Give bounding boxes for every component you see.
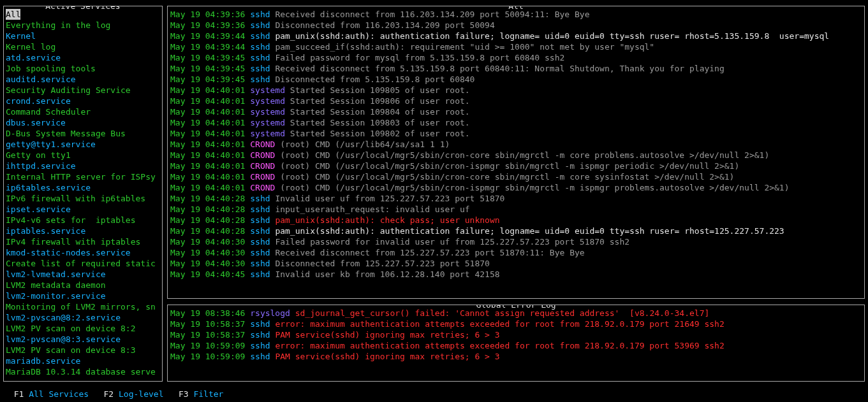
log-line: May 19 04:40:01 systemd Started Session … [170,85,862,96]
error-log-title: Global Error Log [474,305,557,310]
service-desc: IPv6 firewall with ip6tables [6,193,160,204]
service-name[interactable]: auditd.service [6,75,76,84]
log-timestamp: May 19 04:40:28 [170,226,245,236]
log-timestamp: May 19 04:39:44 [170,42,245,52]
f3-action[interactable]: Filter [193,389,223,399]
log-line: May 19 04:40:01 CROND (root) CMD (/usr/l… [170,150,862,161]
service-name[interactable]: ipset.service [6,205,71,214]
log-timestamp: May 19 08:38:46 [170,308,245,318]
log-message: pam_unix(sshd:auth): authentication fail… [275,31,829,41]
service-item[interactable]: dbus.service [6,117,160,128]
log-timestamp: May 19 04:39:36 [170,20,245,30]
service-desc: Monitoring of LVM2 mirrors, sn [6,301,160,312]
log-message: Received disconnect from 116.203.134.209… [275,10,589,19]
service-item[interactable]: getty@tty1.service [6,139,160,150]
log-message: Disconnected from 116.203.134.209 port 5… [275,20,494,30]
log-timestamp: May 19 10:59:09 [170,352,245,361]
f1-action[interactable]: All Services [29,389,89,399]
log-message: (root) CMD (/usr/local/mgr5/sbin/cron-is… [280,161,739,171]
service-name[interactable]: lvm2-pvscan@8:2.service [6,313,121,322]
log-timestamp: May 19 04:40:01 [170,85,245,95]
log-unit: sshd [250,10,270,19]
service-name[interactable]: ip6tables.service [6,183,91,192]
log-timestamp: May 19 04:39:45 [170,64,245,73]
log-line: May 19 04:39:44 sshd pam_succeed_if(sshd… [170,41,862,52]
log-line: May 19 04:40:28 sshd pam_unix(sshd:auth)… [170,215,862,226]
service-item[interactable]: iptables.service [6,226,160,236]
log-timestamp: May 19 04:40:01 [170,96,245,106]
service-item[interactable]: lvm2-lvmetad.service [6,269,160,280]
service-desc: Command Scheduler [6,106,160,117]
service-item[interactable]: kmod-static-nodes.service [6,247,160,258]
error-log-panel[interactable]: Global Error Log May 19 08:38:46 rsyslog… [167,305,865,382]
log-line: May 19 10:58:37 sshd PAM service(sshd) i… [170,329,862,340]
log-unit: sshd [250,205,270,214]
service-name[interactable]: lvm2-monitor.service [6,291,106,301]
log-message: pam_succeed_if(sshd:auth): requirement "… [275,42,654,52]
log-line: May 19 04:40:45 sshd Invalid user kb fro… [170,269,862,280]
service-item[interactable]: lvm2-monitor.service [6,291,160,301]
service-name[interactable]: mariadb.service [6,356,80,366]
service-item[interactable]: Kernel [6,31,160,41]
log-timestamp: May 19 04:39:44 [170,31,245,41]
log-line: May 19 04:40:30 sshd Received disconnect… [170,247,862,258]
log-unit: systemd [250,107,285,117]
service-item[interactable]: lvm2-pvscan@8:3.service [6,334,160,345]
service-item[interactable]: ipset.service [6,204,160,215]
log-timestamp: May 19 10:59:09 [170,341,245,350]
log-line: May 19 10:59:09 sshd error: maximum auth… [170,340,862,351]
log-unit: CROND [250,183,275,192]
all-log-panel[interactable]: All May 19 04:39:36 sshd Received discon… [167,6,865,299]
log-message: Failed password for mysql from 5.135.159… [275,53,564,62]
services-list[interactable]: AllEverything in the logKernelKernel log… [6,9,160,377]
log-timestamp: May 19 04:40:01 [170,161,245,171]
service-item[interactable]: mariadb.service [6,355,160,366]
service-name[interactable]: iptables.service [6,226,85,236]
log-unit: sshd [250,31,270,41]
service-name[interactable]: getty@tty1.service [6,140,96,149]
service-name[interactable]: dbus.service [6,118,66,127]
active-services-panel[interactable]: Active Services AllEverything in the log… [3,6,163,382]
log-unit: sshd [250,64,270,73]
log-line: May 19 04:40:30 sshd Failed password for… [170,236,862,247]
service-name[interactable]: lvm2-lvmetad.service [6,269,106,279]
f2-key: F2 [104,389,114,399]
service-item[interactable]: atd.service [6,52,160,63]
log-line: May 19 04:40:01 CROND (root) CMD (/usr/l… [170,161,862,171]
log-line: May 19 04:40:01 systemd Started Session … [170,96,862,106]
log-unit: systemd [250,96,285,106]
service-name[interactable]: crond.service [6,96,71,106]
service-name[interactable]: atd.service [6,53,61,62]
log-message: Disconnected from 5.135.159.8 port 60840 [275,75,474,84]
service-item[interactable]: ihttpd.service [6,161,160,171]
log-unit: CROND [250,172,275,182]
service-name[interactable]: Kernel [6,31,36,41]
log-unit: sshd [250,20,270,30]
log-timestamp: May 19 04:40:01 [170,150,245,160]
log-message: Started Session 109806 of user root. [290,96,470,106]
service-item[interactable]: auditd.service [6,74,160,85]
log-unit: sshd [250,237,270,247]
service-name[interactable]: kmod-static-nodes.service [6,248,131,257]
log-timestamp: May 19 04:40:30 [170,237,245,247]
service-name-selected[interactable]: All [6,9,20,20]
service-name[interactable]: lvm2-pvscan@8:3.service [6,334,121,344]
service-item[interactable]: crond.service [6,96,160,106]
log-timestamp: May 19 04:40:01 [170,118,245,127]
log-unit: sshd [250,75,270,84]
log-message: PAM service(sshd) ignoring max retries; … [275,330,499,340]
service-item[interactable]: lvm2-pvscan@8:2.service [6,312,160,323]
log-message: Started Session 109803 of user root. [290,118,470,127]
footer-bar: F1 All Services F2 Log-level F3 Filter [4,378,223,399]
log-timestamp: May 19 04:40:30 [170,248,245,257]
service-item[interactable]: ip6tables.service [6,182,160,193]
log-unit: sshd [250,215,270,225]
f2-action[interactable]: Log-level [119,389,163,399]
log-line: May 19 04:40:01 CROND (root) CMD (/usr/l… [170,171,862,182]
log-unit: systemd [250,129,285,138]
service-desc: Kernel log [6,41,160,52]
service-name[interactable]: ihttpd.service [6,161,76,171]
service-desc: LVM2 PV scan on device 8:2 [6,323,160,334]
log-message: error: maximum authentication attempts e… [275,341,724,350]
log-unit: sshd [250,42,270,52]
